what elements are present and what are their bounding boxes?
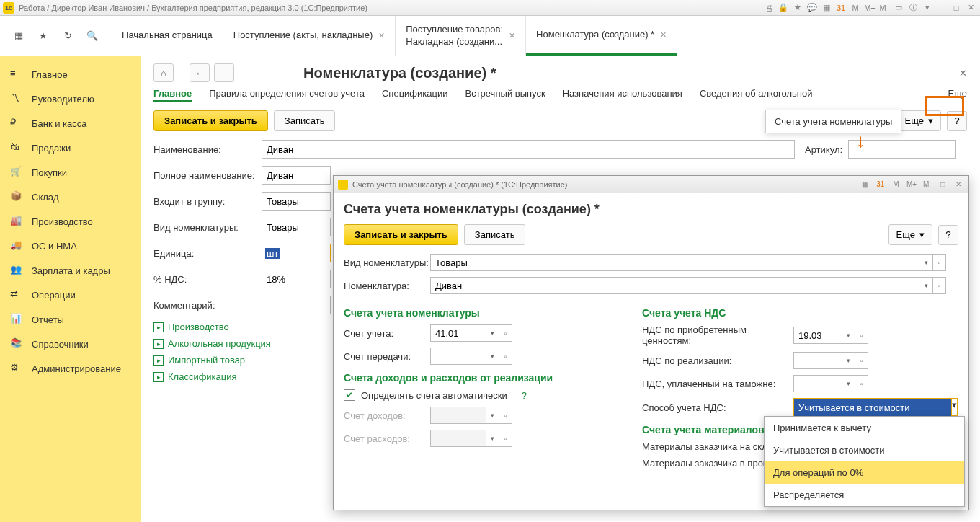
kind-input[interactable] (262, 218, 331, 236)
tab-nomenclature[interactable]: Номенклатура (создание) *✕ (526, 16, 677, 56)
dropdown-icon[interactable]: ▾ (951, 399, 958, 416)
vat-method-input[interactable]: ▾ (793, 398, 958, 417)
dropdown-icon[interactable]: ▾ (842, 375, 855, 392)
section-tab-accounts[interactable]: Правила определения счетов учета (209, 88, 365, 102)
calc-icon[interactable]: ▦ (820, 1, 833, 14)
vat-input[interactable] (262, 270, 331, 288)
expense-input[interactable]: ▾▫ (430, 430, 512, 447)
star-icon[interactable]: ★ (791, 1, 804, 14)
sidebar-item-reports[interactable]: 📊Отчеты (0, 307, 141, 332)
maximize-icon[interactable]: □ (950, 1, 963, 14)
calendar-icon[interactable]: 31 (834, 1, 847, 14)
sidebar-item-assets[interactable]: 🚚ОС и НМА (0, 234, 141, 258)
mplus-icon[interactable]: M+ (906, 179, 917, 190)
section-tab-specs[interactable]: Спецификации (382, 88, 448, 102)
acc-input[interactable]: ▾▫ (430, 324, 512, 342)
open-icon[interactable]: ▫ (499, 430, 512, 447)
fullname-input[interactable] (262, 166, 331, 185)
calendar-icon[interactable]: 31 (875, 179, 886, 190)
dropdown-icon[interactable]: ▾ (920, 277, 933, 294)
comment-input[interactable] (262, 296, 331, 314)
transfer-input[interactable]: ▾▫ (430, 348, 512, 365)
unit-input[interactable]: шт (262, 244, 331, 262)
vat-sale-input[interactable]: ▾▫ (793, 352, 868, 369)
dropdown-item-highlighted[interactable]: Для операций по 0% (765, 461, 964, 484)
tab-receipts[interactable]: Поступление (акты, накладные)✕ (223, 16, 396, 56)
modal-save-button[interactable]: Записать (464, 224, 526, 245)
save-close-button[interactable]: Записать и закрыть (153, 110, 268, 131)
sidebar-item-hr[interactable]: 👥Зарплата и кадры (0, 258, 141, 283)
dropdown-item[interactable]: Распределяется (765, 484, 964, 506)
dropdown-icon[interactable]: ▾ (486, 348, 499, 365)
mplus-icon[interactable]: M+ (863, 1, 876, 14)
sidebar-item-refs[interactable]: 📚Справочники (0, 332, 141, 356)
forward-button[interactable]: → (214, 63, 234, 82)
vat-acq-input[interactable]: ▾▫ (793, 327, 868, 344)
dropdown-icon[interactable]: ▾ (920, 254, 933, 271)
favorite-icon[interactable]: ★ (36, 29, 50, 43)
open-icon[interactable]: ▫ (933, 277, 946, 294)
open-icon[interactable]: ▫ (499, 407, 512, 424)
min-icon[interactable]: ▾ (921, 1, 934, 14)
m-icon[interactable]: M (891, 179, 902, 190)
modal-save-close-button[interactable]: Записать и закрыть (344, 224, 458, 245)
sidebar-item-operations[interactable]: ⇄Операции (0, 283, 141, 307)
close-icon[interactable]: ✕ (964, 1, 977, 14)
open-icon[interactable]: ▫ (855, 352, 868, 369)
open-icon[interactable]: ▫ (499, 324, 512, 342)
dropdown-icon[interactable]: ▾ (486, 407, 499, 424)
sidebar-item-bank[interactable]: ₽Банк и касса (0, 111, 141, 136)
dropdown-icon[interactable]: ▾ (842, 352, 855, 369)
vat-cust-input[interactable]: ▾▫ (793, 375, 868, 392)
help-link-icon[interactable]: ? (522, 390, 527, 401)
section-tab-main[interactable]: Главное (153, 88, 192, 102)
name-input[interactable] (262, 140, 795, 159)
modal-kind-input[interactable]: ▾▫ (430, 254, 946, 271)
info-icon[interactable]: ⓘ (906, 1, 919, 14)
chat-icon[interactable]: 💬 (806, 1, 819, 14)
calc-icon[interactable]: ▦ (859, 179, 870, 190)
modal-more-button[interactable]: Еще▾ (888, 224, 932, 245)
tab-close-icon[interactable]: ✕ (509, 30, 515, 40)
window-icon[interactable]: ▭ (892, 1, 905, 14)
sidebar-item-admin[interactable]: ⚙Администрирование (0, 356, 141, 381)
tab-home[interactable]: Начальная страница (112, 16, 223, 56)
close-page-icon[interactable]: ✕ (959, 68, 967, 79)
income-input[interactable]: ▾▫ (430, 407, 512, 424)
dropdown-item[interactable]: Принимается к вычету (765, 417, 964, 439)
m-icon[interactable]: M (849, 1, 862, 14)
print-icon[interactable]: 🖨 (762, 1, 775, 14)
dropdown-icon[interactable]: ▾ (486, 430, 499, 447)
close-icon[interactable]: ✕ (953, 179, 964, 190)
section-tab-counter[interactable]: Встречный выпуск (465, 88, 545, 102)
mminus-icon[interactable]: M- (922, 179, 933, 190)
auto-checkbox[interactable]: ✔ (344, 389, 355, 401)
modal-help-button[interactable]: ? (938, 225, 958, 245)
tab-receipt-note[interactable]: Поступление товаров: Накладная (создани.… (396, 16, 526, 56)
lock-icon[interactable]: 🔒 (777, 1, 790, 14)
open-icon[interactable]: ▫ (855, 327, 868, 344)
sidebar-item-production[interactable]: 🏭Производство (0, 209, 141, 234)
maximize-icon[interactable]: □ (937, 179, 948, 190)
section-tab-usage[interactable]: Назначения использования (563, 88, 682, 102)
dropdown-icon[interactable]: ▾ (486, 324, 499, 342)
open-icon[interactable]: ▫ (933, 254, 946, 271)
sidebar-item-sales[interactable]: 🛍Продажи (0, 136, 141, 160)
dropdown-item[interactable]: Учитывается в стоимости (765, 439, 964, 461)
section-tab-alcohol[interactable]: Сведения об алкогольной (700, 88, 813, 102)
sidebar-item-warehouse[interactable]: 📦Склад (0, 185, 141, 209)
tab-close-icon[interactable]: ✕ (378, 30, 385, 40)
sidebar-item-purchases[interactable]: 🛒Покупки (0, 160, 141, 185)
back-button[interactable]: ← (190, 63, 210, 82)
tab-close-icon[interactable]: ✕ (660, 30, 667, 40)
minimize-icon[interactable]: — (935, 1, 948, 14)
modal-nom-input[interactable]: ▾▫ (430, 277, 946, 294)
sidebar-item-main[interactable]: ≡Главное (0, 62, 141, 87)
dropdown-icon[interactable]: ▾ (842, 327, 855, 344)
save-button[interactable]: Записать (274, 110, 336, 131)
home-button[interactable]: ⌂ (153, 63, 174, 82)
apps-icon[interactable]: ▦ (12, 29, 26, 43)
open-icon[interactable]: ▫ (499, 348, 512, 365)
history-icon[interactable]: ↻ (61, 29, 75, 43)
group-input[interactable] (262, 192, 331, 211)
